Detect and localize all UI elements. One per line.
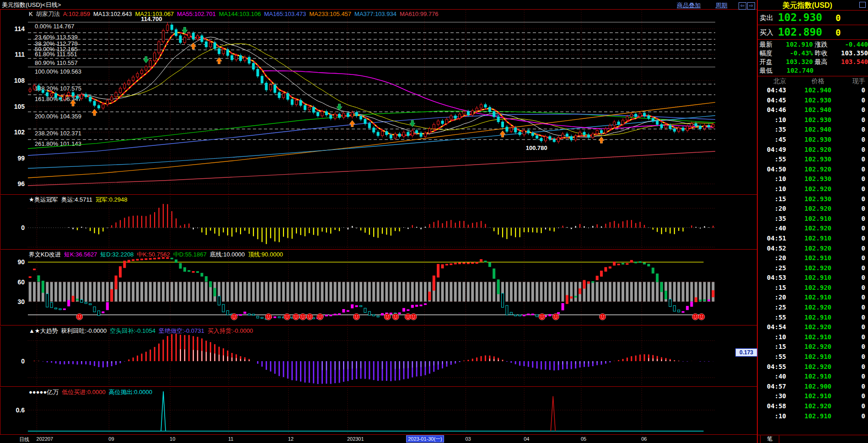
- stat-value: 102.740: [778, 66, 814, 75]
- stat-value: 103.320: [777, 58, 813, 66]
- kd-axis-tick: 90: [1, 258, 25, 266]
- time-axis-tick: 03: [465, 436, 471, 442]
- sell-quote-row[interactable]: 卖出 102.930 0: [758, 11, 868, 25]
- svg-text:100.780: 100.780: [526, 144, 547, 151]
- dqs-last-value-badge: 0.173: [735, 348, 757, 357]
- indicator-value: 胡家刀法: [36, 11, 60, 17]
- selected-date-badge: 2023-01-30(一): [406, 435, 444, 443]
- quote-title-row: 美元指数(USD): [758, 0, 868, 11]
- price-axis-tick: 108: [1, 77, 25, 84]
- period-link[interactable]: 周期: [715, 2, 727, 9]
- stat-label: 开盘: [758, 58, 777, 66]
- tick-row: :25102.9200: [758, 303, 868, 313]
- sell-price: 102.930: [778, 11, 822, 23]
- kd-chart[interactable]: [0, 250, 757, 326]
- yiwan-indicator-panel[interactable]: ●●●●●亿万低位买进:0.0000高位抛出:0.0000: [0, 388, 757, 435]
- tick-row: :10102.9200: [758, 184, 868, 194]
- stat-label: 最高: [813, 58, 833, 66]
- kd-indicator-panel[interactable]: 界文KD改进短K:36.5627短D:32.2208中K:50.7562中D:5…: [0, 250, 757, 326]
- buy-qty: 0: [836, 27, 841, 37]
- indicator-value: ●●●●●亿万: [29, 389, 59, 395]
- tab-pen[interactable]: 笔: [760, 435, 779, 443]
- tick-header-cell: 北京: [758, 76, 786, 85]
- svg-text:200.00% 104.359: 200.00% 104.359: [35, 113, 81, 120]
- tick-row: 04:57102.9000: [758, 382, 868, 392]
- quote-panel: 美元指数(USD) 卖出 102.930 0 买入 102.890 0 最新10…: [757, 0, 868, 443]
- indicator-value: 奥运:4.5711: [61, 196, 92, 203]
- tick-row: 04:55102.9200: [758, 362, 868, 372]
- tick-header-cell: 现手: [850, 76, 868, 85]
- indicator-value: 短D:32.2208: [100, 251, 134, 258]
- tick-header-cell: 价格: [786, 76, 850, 85]
- indicator-value: ★奥运冠军: [29, 196, 58, 203]
- indicator-value: MA55:102.701: [177, 11, 216, 17]
- time-axis[interactable]: 日线 2022070910111220230103040506 2023-01-…: [0, 435, 757, 443]
- time-axis-tick: 10: [170, 436, 175, 442]
- yiwan-header: ●●●●●亿万低位买进:0.0000高位抛出:0.0000: [29, 388, 155, 396]
- kd-axis-tick: 60: [1, 278, 25, 286]
- stat-label: 最新: [758, 40, 777, 49]
- title-bar: 美元指数(USD)<日线> 商品叠加 周期 ⇦⇨❒: [0, 0, 757, 10]
- time-axis-tick: 12: [288, 436, 294, 442]
- tick-row: 04:51102.9100: [758, 234, 868, 244]
- indicator-value: 高位抛出:0.0000: [109, 389, 152, 395]
- dqs-header: ▲★大趋势获利回吐:-0.0000空头回补:-0.1054坚绝做空:-0.073…: [29, 327, 256, 335]
- tick-row: :15102.9200: [758, 283, 868, 293]
- indicator-value: 冠军:0.2948: [96, 196, 127, 203]
- prev-window-icon[interactable]: ⇦: [739, 2, 746, 10]
- time-axis-tick: 06: [641, 436, 647, 442]
- indicator-value: 空头回补:-0.1054: [110, 327, 155, 334]
- tick-row: :55102.9100: [758, 352, 868, 362]
- tick-row: 04:49102.9200: [758, 145, 868, 155]
- indicator-value: MA377:103.934: [354, 11, 396, 17]
- stat-value: 103.350: [833, 49, 868, 58]
- tick-row: :35102.9400: [758, 125, 868, 135]
- tick-row: :55102.9100: [758, 313, 868, 323]
- indicator-value: 短K:36.5627: [64, 251, 97, 258]
- stat-value: 103.540: [833, 58, 868, 66]
- kd-header: 界文KD改进短K:36.5627短D:32.2208中K:50.7562中D:5…: [29, 251, 286, 259]
- indicator-value: 低位买进:0.0000: [62, 389, 105, 395]
- kd-axis-tick: 30: [1, 298, 25, 305]
- tick-row: :15102.9300: [758, 194, 868, 204]
- stat-value: 102.910: [777, 40, 813, 49]
- price-axis-tick: 96: [1, 180, 25, 187]
- tick-table[interactable]: 04:43102.940004:45102.930004:46102.9400:…: [758, 85, 868, 421]
- tick-row: 04:52102.9200: [758, 244, 868, 254]
- aoyun-indicator-panel[interactable]: ★奥运冠军奥运:4.5711冠军:0.2948: [0, 195, 757, 250]
- svg-text:0.00% 114.767: 0.00% 114.767: [35, 23, 75, 30]
- indicator-value: ▲★大趋势: [29, 327, 58, 334]
- time-axis-tick: 202207: [37, 436, 54, 442]
- svg-text:61.80% 111.551: 61.80% 111.551: [35, 51, 77, 58]
- indicator-value: MA233:105.457: [309, 11, 351, 17]
- tick-row: 04:46102.9400: [758, 105, 868, 115]
- buy-quote-row[interactable]: 买入 102.890 0: [758, 25, 868, 40]
- next-window-icon[interactable]: ⇨: [747, 2, 755, 10]
- tick-row: :45102.9300: [758, 135, 868, 145]
- price-axis-tick: 99: [1, 155, 25, 162]
- quote-stat-row: 幅度-0.43%昨收103.350: [758, 49, 868, 58]
- tick-row: :10102.9300: [758, 174, 868, 184]
- restore-window-icon[interactable]: [859, 2, 866, 8]
- stat-value: -0.43%: [777, 49, 813, 58]
- overlay-commodity-link[interactable]: 商品叠加: [677, 2, 701, 9]
- stat-label: 涨跌: [813, 40, 833, 49]
- indicator-value: 获利回吐:-0.0000: [61, 327, 107, 334]
- stat-value: -0.440: [833, 40, 868, 49]
- main-chart-panel[interactable]: K胡家刀法A:102.859MA13:102.643MA21:103.067MA…: [0, 10, 757, 195]
- aoyun-zero-label: 0: [1, 224, 25, 231]
- indicator-value: MA144:103.106: [219, 11, 261, 17]
- indicator-value: 顶线:90.0000: [248, 251, 283, 258]
- indicator-value: MA165:103.473: [264, 11, 306, 17]
- time-axis-tick: 05: [581, 436, 586, 442]
- quote-instrument-title: 美元指数(USD): [758, 1, 857, 11]
- sell-label: 卖出: [760, 14, 773, 22]
- quote-stats: 最新102.910涨跌-0.440幅度-0.43%昨收103.350开盘103.…: [758, 40, 868, 76]
- tick-row: :20102.9200: [758, 204, 868, 214]
- indicator-value: A:102.859: [63, 11, 90, 17]
- dqs-indicator-panel[interactable]: ▲★大趋势获利回吐:-0.0000空头回补:-0.1054坚绝做空:-0.073…: [0, 326, 757, 387]
- candlestick-chart[interactable]: 0.00% 114.76723.60% 113.53938.20% 112.77…: [0, 10, 757, 195]
- dqs-chart[interactable]: [0, 326, 757, 387]
- stat-label: 昨收: [813, 49, 833, 58]
- tick-row: :55102.9300: [758, 155, 868, 165]
